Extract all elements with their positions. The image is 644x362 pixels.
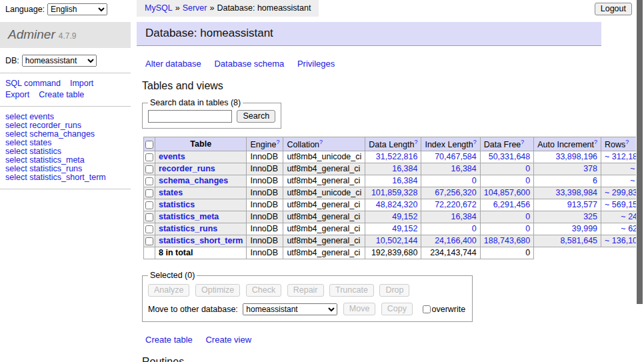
create-actions: Create table Create view: [145, 335, 601, 345]
table-link-statistics[interactable]: statistics: [159, 200, 195, 209]
selected-actions: Analyze Optimize Check Repair Truncate D…: [148, 284, 465, 297]
db-select[interactable]: homeassistant: [22, 55, 97, 67]
index-length-link[interactable]: 24,166,400: [435, 236, 477, 245]
sidebar-import-link[interactable]: Import: [70, 79, 93, 88]
auto-increment-link[interactable]: 33,898,196: [555, 152, 597, 161]
language-select[interactable]: English: [47, 3, 107, 15]
select-all-checkbox[interactable]: [145, 141, 153, 149]
table-link-states[interactable]: states: [159, 188, 183, 197]
data-free-link[interactable]: 0: [525, 164, 530, 173]
auto-increment-link[interactable]: 325: [583, 212, 597, 221]
vertical-scrollbar-thumb[interactable]: [637, 0, 643, 304]
truncate-button[interactable]: Truncate: [329, 284, 374, 297]
data-length-link[interactable]: 101,859,328: [371, 188, 418, 197]
total-row: 8 in totalInnoDButf8mb4_general_ci192,83…: [144, 247, 644, 259]
search-button[interactable]: Search: [237, 110, 275, 123]
data-length-link[interactable]: 49,152: [392, 224, 417, 233]
sidebar-export-link[interactable]: Export: [5, 90, 29, 99]
data-free-cell: 0: [480, 223, 534, 235]
row-checkbox[interactable]: [145, 177, 153, 185]
table-link-statistics-short-term[interactable]: statistics_short_term: [159, 236, 243, 245]
privileges-link[interactable]: Privileges: [297, 59, 335, 69]
repair-button[interactable]: Repair: [287, 284, 324, 297]
breadcrumb-server-link[interactable]: Server: [183, 3, 207, 13]
row-checkbox[interactable]: [145, 213, 153, 221]
data-free-link[interactable]: 0: [525, 212, 530, 221]
search-legend: Search data in tables (8): [148, 98, 243, 107]
table-link-schema-changes[interactable]: schema_changes: [159, 176, 228, 185]
help-link[interactable]: ?: [414, 139, 417, 145]
index-length-link[interactable]: 16,384: [451, 212, 477, 221]
auto-increment-link[interactable]: 913,577: [567, 200, 597, 209]
index-length-link[interactable]: 70,467,584: [435, 152, 477, 161]
auto-increment-link[interactable]: 8,581,645: [560, 236, 597, 245]
create-table-link[interactable]: Create table: [145, 335, 193, 345]
table-name-cell: states: [155, 187, 247, 199]
auto-increment-link[interactable]: 39,999: [572, 224, 597, 233]
table-link-events[interactable]: events: [159, 152, 185, 161]
move-button[interactable]: Move: [343, 303, 376, 315]
row-checkbox[interactable]: [145, 153, 153, 161]
drop-button[interactable]: Drop: [379, 284, 409, 297]
alter-database-link[interactable]: Alter database: [145, 59, 201, 69]
data-free-link[interactable]: 0: [525, 224, 530, 233]
index-length-link[interactable]: 72,220,672: [435, 200, 477, 209]
row-checkbox[interactable]: [145, 189, 153, 197]
vertical-scrollbar-track[interactable]: [636, 0, 644, 362]
sidebar-create-table-link[interactable]: Create table: [39, 90, 84, 99]
row-checkbox[interactable]: [145, 201, 153, 209]
logout-button[interactable]: Logout: [595, 3, 632, 15]
copy-button[interactable]: Copy: [381, 303, 413, 315]
data-length-link[interactable]: 16,384: [392, 176, 417, 185]
table-link-recorder-runs[interactable]: recorder_runs: [159, 164, 215, 173]
data-free-link[interactable]: 50,331,648: [489, 152, 531, 161]
search-input[interactable]: [148, 110, 232, 123]
help-link[interactable]: ?: [521, 139, 524, 145]
index-length-link[interactable]: 0: [472, 176, 477, 185]
data-length-link[interactable]: 16,384: [392, 164, 417, 173]
row-checkbox[interactable]: [145, 237, 153, 245]
table-link-statistics-runs[interactable]: statistics_runs: [159, 224, 217, 233]
create-view-link[interactable]: Create view: [205, 335, 251, 345]
help-link[interactable]: ?: [625, 139, 629, 145]
database-schema-link[interactable]: Database schema: [214, 59, 284, 69]
data-length-link[interactable]: 10,502,144: [376, 236, 418, 245]
index-length-link[interactable]: 16,384: [451, 164, 477, 173]
index-length-link[interactable]: 0: [472, 224, 477, 233]
auto-increment-link[interactable]: 6: [593, 176, 597, 185]
col-header-engine: Engine?: [247, 137, 283, 151]
data-free-link[interactable]: 188,743,680: [484, 236, 531, 245]
breadcrumb-current: Database: homeassistant: [217, 3, 311, 13]
table-link-statistics-meta[interactable]: statistics_meta: [159, 212, 219, 221]
row-checkbox[interactable]: [145, 165, 153, 173]
engine-cell: InnoDB: [247, 163, 283, 175]
table-row: eventsInnoDButf8mb4_unicode_ci31,522,816…: [144, 151, 644, 163]
tables-header-row: TableEngine?Collation?Data Length?Index …: [144, 137, 644, 151]
auto-increment-link[interactable]: 33,398,984: [555, 188, 597, 197]
index-length-cell: 0: [421, 175, 480, 187]
data-length-link[interactable]: 49,152: [392, 212, 417, 221]
row-checkbox[interactable]: [145, 225, 153, 233]
data-free-link[interactable]: 0: [525, 176, 530, 185]
table-name-cell: statistics: [155, 199, 247, 211]
total-data-length-cell: 192,839,680: [365, 247, 421, 259]
data-length-link[interactable]: 31,522,816: [376, 152, 418, 161]
auto-increment-link[interactable]: 378: [583, 164, 597, 173]
breadcrumb-mysql-link[interactable]: MySQL: [145, 3, 173, 13]
help-link[interactable]: ?: [473, 139, 477, 145]
sidebar-select-statistics-short-term-link[interactable]: select statistics_short_term: [5, 173, 125, 182]
overwrite-checkbox[interactable]: [423, 305, 431, 313]
data-free-link[interactable]: 104,857,600: [484, 188, 531, 197]
data-free-link[interactable]: 6,291,456: [493, 200, 531, 209]
index-length-link[interactable]: 67,256,320: [435, 188, 477, 197]
data-length-link[interactable]: 48,824,320: [376, 200, 418, 209]
help-link[interactable]: ?: [594, 139, 597, 145]
analyze-button[interactable]: Analyze: [148, 284, 189, 297]
check-button[interactable]: Check: [246, 284, 281, 297]
table-row: statistics_metaInnoDButf8mb4_general_ci4…: [144, 211, 644, 223]
help-link[interactable]: ?: [276, 139, 279, 145]
move-db-select[interactable]: homeassistant: [243, 303, 337, 315]
sidebar-sql-command-link[interactable]: SQL command: [5, 79, 61, 88]
optimize-button[interactable]: Optimize: [195, 284, 240, 297]
help-link[interactable]: ?: [319, 139, 323, 145]
